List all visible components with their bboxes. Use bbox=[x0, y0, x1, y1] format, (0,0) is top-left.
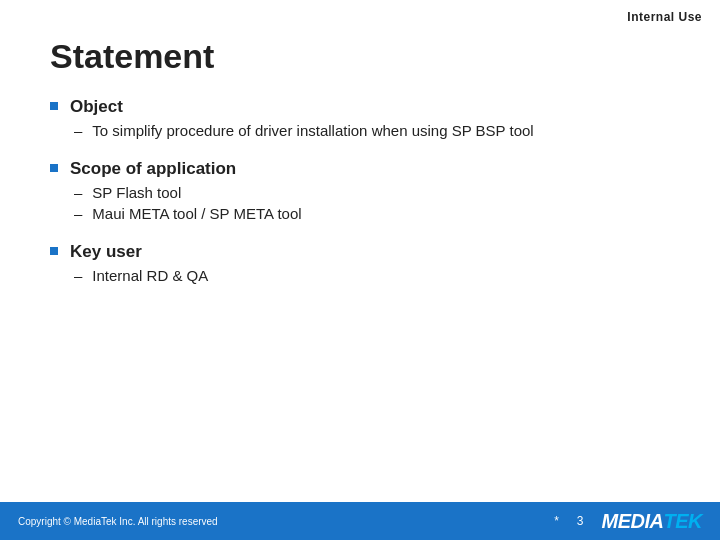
footer-star: * bbox=[554, 514, 559, 528]
bullet-item-object-label: Object bbox=[70, 97, 123, 116]
internal-use-label: Internal Use bbox=[627, 10, 702, 24]
dash-icon: – bbox=[74, 122, 82, 139]
slide-content: Statement Object – To simplify procedure… bbox=[0, 0, 720, 288]
footer-copyright: Copyright © MediaTek Inc. All rights res… bbox=[18, 516, 536, 527]
list-item: – Internal RD & QA bbox=[70, 267, 670, 284]
bullet-item-keyuser: Key user – Internal RD & QA bbox=[50, 242, 670, 288]
list-item: – To simplify procedure of driver instal… bbox=[70, 122, 670, 139]
bullet-item-object: Object – To simplify procedure of driver… bbox=[50, 97, 670, 143]
bullet-item-object-content: Object – To simplify procedure of driver… bbox=[70, 97, 670, 143]
sub-item-text: Internal RD & QA bbox=[92, 267, 208, 284]
bullet-item-scope-content: Scope of application – SP Flash tool – M… bbox=[70, 159, 670, 226]
sub-item-text: SP Flash tool bbox=[92, 184, 181, 201]
mediatek-logo: MEDIA TEK bbox=[602, 510, 702, 533]
logo-tek-text: TEK bbox=[664, 510, 703, 533]
bullet-item-keyuser-content: Key user – Internal RD & QA bbox=[70, 242, 670, 288]
footer: Copyright © MediaTek Inc. All rights res… bbox=[0, 502, 720, 540]
bullet-square-icon bbox=[50, 102, 58, 110]
dash-icon: – bbox=[74, 205, 82, 222]
logo-media-text: MEDIA bbox=[602, 510, 664, 533]
sub-list-scope: – SP Flash tool – Maui META tool / SP ME… bbox=[70, 184, 670, 222]
bullet-list: Object – To simplify procedure of driver… bbox=[50, 97, 670, 288]
dash-icon: – bbox=[74, 267, 82, 284]
dash-icon: – bbox=[74, 184, 82, 201]
bullet-item-keyuser-label: Key user bbox=[70, 242, 142, 261]
footer-page-number: 3 bbox=[577, 514, 584, 528]
list-item: – SP Flash tool bbox=[70, 184, 670, 201]
sub-item-text: To simplify procedure of driver installa… bbox=[92, 122, 533, 139]
bullet-square-icon bbox=[50, 247, 58, 255]
sub-item-text: Maui META tool / SP META tool bbox=[92, 205, 301, 222]
bullet-item-scope: Scope of application – SP Flash tool – M… bbox=[50, 159, 670, 226]
slide-title: Statement bbox=[50, 38, 670, 75]
bullet-square-icon bbox=[50, 164, 58, 172]
sub-list-object: – To simplify procedure of driver instal… bbox=[70, 122, 670, 139]
bullet-item-scope-label: Scope of application bbox=[70, 159, 236, 178]
list-item: – Maui META tool / SP META tool bbox=[70, 205, 670, 222]
sub-list-keyuser: – Internal RD & QA bbox=[70, 267, 670, 284]
